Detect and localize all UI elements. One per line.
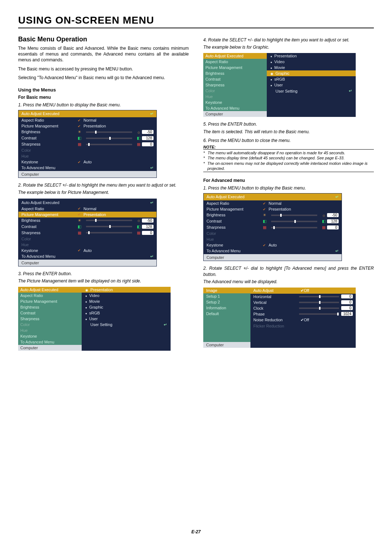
using-menus-heading: Using the Menus	[18, 87, 189, 93]
page-number: E-27	[18, 529, 374, 534]
intro-paragraph-1: The Menu consists of Basic and Advanced.…	[18, 45, 189, 63]
osd-split-graphic: Auto Adjust Executed Aspect Ratio Pictur…	[203, 53, 356, 117]
step-b3-caption: The Picture Management item will be disp…	[18, 278, 189, 284]
intro-paragraph-2a: The Basic menu is accessed by pressing t…	[18, 66, 189, 72]
step-b2: 2. Rotate the SELECT +/- dial to highlig…	[18, 182, 189, 188]
step-b3: 3. Press the ENTER button.	[18, 271, 189, 277]
step-a2-caption: The Advanced menu will be displayed.	[203, 279, 374, 285]
step-b4: 4. Rotate the SELECT +/- dial to highlig…	[203, 37, 374, 43]
step-b1: 1. Press the MENU button to display the …	[18, 102, 189, 108]
page-title: USING ON-SCREEN MENU	[18, 15, 374, 28]
intro-paragraph-2b: Selecting "To Advanced Menu" in Basic me…	[18, 75, 189, 81]
step-b4-caption: The example below is for Graphic.	[203, 44, 374, 50]
step-b5: 5. Press the ENTER button.	[203, 121, 374, 127]
osd-split-presentation: Auto Adjust Executed Aspect Ratio Pictur…	[18, 287, 171, 351]
step-b6: 6. Press the MENU button to close the me…	[203, 138, 374, 143]
for-basic-heading: For Basic menu	[18, 95, 189, 100]
step-b5-caption: The item is selected. This will return t…	[203, 129, 374, 135]
osd-basic-2: Auto Adjust Executed↵ Aspect RatioNormal…	[18, 199, 157, 266]
note-label: NOTE:	[203, 145, 374, 149]
step-b2-caption: The example below is for Picture Managem…	[18, 190, 189, 195]
osd-basic-1: Auto Adjust Executed↵ Aspect RatioNormal…	[18, 110, 157, 178]
note-block: *The menu will automatically disappear i…	[203, 149, 374, 172]
step-a1: 1. Press the MENU button to display the …	[203, 185, 374, 191]
for-advanced-heading: For Advanced menu	[203, 178, 374, 183]
osd-basic-3: Auto Adjust Executed↵ Aspect RatioNormal…	[203, 193, 342, 261]
osd-advanced: Image Setup 1 Setup 2 Information Defaul…	[203, 288, 356, 348]
step-a2: 2. Rotate SELECT +/- dial to highlight […	[203, 265, 374, 277]
section-heading: Basic Menu Operation	[18, 36, 189, 43]
